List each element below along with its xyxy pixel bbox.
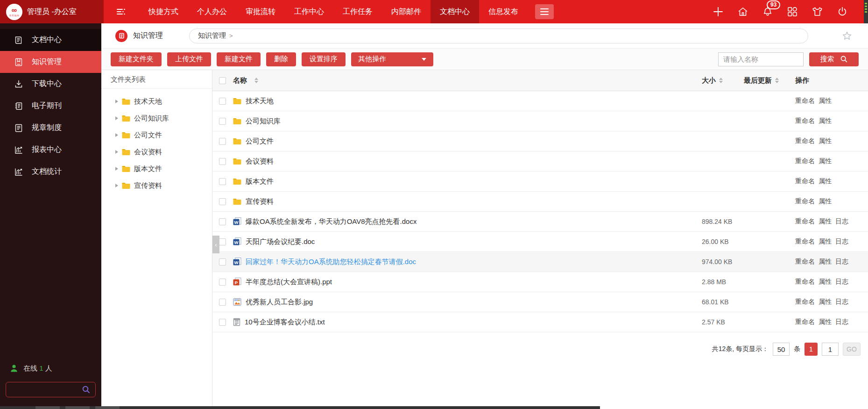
rename-link[interactable]: 重命名 (795, 278, 815, 286)
caret-right-icon[interactable] (115, 116, 118, 120)
theme-shirt-icon[interactable] (811, 6, 824, 18)
file-row-name[interactable]: 天阳广场会议纪要.doc (246, 237, 315, 246)
properties-link[interactable]: 属性 (819, 318, 832, 326)
sidebar-item-5[interactable]: 规章制度 (0, 117, 101, 139)
folder-row-name[interactable]: 公司文件 (246, 137, 274, 146)
rename-link[interactable]: 重命名 (795, 318, 815, 326)
sidebar-item-6[interactable]: 报表中心 (0, 139, 101, 161)
caret-right-icon[interactable] (115, 150, 118, 154)
properties-link[interactable]: 属性 (819, 117, 832, 125)
file-row-name[interactable]: 10号企业博客会议小结.txt (245, 318, 325, 327)
sidebar-item-1[interactable]: 文档中心 (0, 29, 101, 51)
set-order-button[interactable]: 设置排序 (302, 52, 346, 66)
caret-right-icon[interactable] (115, 100, 118, 103)
caret-right-icon[interactable] (115, 167, 118, 171)
page-size-input[interactable] (773, 343, 790, 356)
nav-item-1[interactable]: 快捷方式 (139, 0, 188, 23)
sidebar-search-icon[interactable] (82, 385, 91, 394)
file-row-name[interactable]: 优秀新人员工合影.jpg (246, 298, 313, 307)
current-page-button[interactable]: 1 (804, 343, 818, 356)
menu-collapse-icon[interactable] (115, 6, 127, 18)
collapse-panel-handle[interactable]: ‹ (212, 236, 219, 253)
folder-row-name[interactable]: 版本文件 (246, 177, 274, 186)
nav-more-menu-icon[interactable] (535, 4, 554, 19)
nav-item-4[interactable]: 工作中心 (285, 0, 333, 23)
folder-row-name[interactable]: 会议资料 (246, 157, 274, 166)
breadcrumb[interactable]: 知识管理 > (189, 29, 808, 43)
home-icon[interactable] (737, 6, 749, 18)
properties-link[interactable]: 属性 (819, 97, 832, 105)
delete-button[interactable]: 删除 (266, 52, 296, 66)
log-link[interactable]: 日志 (835, 278, 848, 286)
favorite-star-icon[interactable] (842, 31, 852, 41)
go-button[interactable]: GO (843, 343, 861, 356)
log-link[interactable]: 日志 (835, 258, 848, 266)
sort-updated-icon[interactable] (775, 78, 779, 83)
properties-link[interactable]: 属性 (819, 237, 832, 246)
brand-area[interactable]: ∞ 华天动力 管理员 -办公室 (0, 0, 104, 23)
file-row-name[interactable]: 爆款OA系统全新发布，华天动力OAV8亮点抢先看.docx (246, 217, 416, 226)
row-checkbox[interactable] (219, 98, 226, 105)
new-file-button[interactable]: 新建文件 (217, 52, 261, 66)
log-link[interactable]: 日志 (835, 318, 848, 326)
rename-link[interactable]: 重命名 (795, 117, 815, 125)
row-checkbox[interactable] (219, 218, 226, 225)
sidebar-item-7[interactable]: 文档统计 (0, 161, 101, 183)
properties-link[interactable]: 属性 (819, 217, 832, 226)
file-row-name[interactable]: 回家过年！华天动力OA系统助您轻松搞定春节请假.doc (246, 258, 416, 266)
folder-row-name[interactable]: 技术天地 (246, 97, 274, 106)
nav-item-8[interactable]: 信息发布 (479, 0, 528, 23)
properties-link[interactable]: 属性 (819, 157, 832, 165)
file-row-name[interactable]: 半年度总结(大会宣讲稿).ppt (246, 278, 332, 287)
folder-tree-item[interactable]: 版本文件 (101, 160, 212, 177)
row-checkbox[interactable] (219, 178, 226, 185)
page-scrollbar[interactable] (864, 0, 868, 23)
select-all-checkbox[interactable] (219, 77, 226, 84)
properties-link[interactable]: 属性 (819, 258, 832, 266)
folder-row-name[interactable]: 宣传资料 (246, 197, 274, 206)
folder-tree-item[interactable]: 宣传资料 (101, 177, 212, 194)
apps-grid-icon[interactable] (786, 6, 798, 18)
nav-item-7[interactable]: 文档中心 (430, 0, 479, 23)
log-link[interactable]: 日志 (835, 217, 848, 226)
new-folder-button[interactable]: 新建文件夹 (111, 52, 162, 66)
sort-size-icon[interactable] (719, 78, 723, 83)
folder-row-name[interactable]: 公司知识库 (246, 117, 281, 126)
row-checkbox[interactable] (219, 158, 226, 165)
properties-link[interactable]: 属性 (819, 298, 832, 306)
rename-link[interactable]: 重命名 (795, 298, 815, 306)
sidebar-item-3[interactable]: 下载中心 (0, 73, 101, 95)
nav-item-2[interactable]: 个人办公 (188, 0, 236, 23)
nav-item-5[interactable]: 工作任务 (333, 0, 382, 23)
folder-tree-item[interactable]: 技术天地 (101, 93, 212, 110)
logout-power-icon[interactable] (836, 6, 848, 18)
folder-tree-item[interactable]: 公司文件 (101, 127, 212, 144)
rename-link[interactable]: 重命名 (795, 197, 815, 206)
rename-link[interactable]: 重命名 (795, 177, 815, 186)
rename-link[interactable]: 重命名 (795, 137, 815, 145)
row-checkbox[interactable] (219, 258, 226, 265)
goto-page-input[interactable] (822, 343, 839, 356)
caret-right-icon[interactable] (115, 184, 118, 187)
row-checkbox[interactable] (219, 138, 226, 145)
upload-file-button[interactable]: 上传文件 (167, 52, 211, 66)
row-checkbox[interactable] (219, 198, 226, 205)
log-link[interactable]: 日志 (835, 237, 848, 246)
row-checkbox[interactable] (219, 279, 226, 286)
folder-tree-item[interactable]: 公司知识库 (101, 110, 212, 127)
rename-link[interactable]: 重命名 (795, 97, 815, 105)
more-actions-dropdown[interactable]: 其他操作 (351, 52, 433, 66)
rename-link[interactable]: 重命名 (795, 237, 815, 246)
properties-link[interactable]: 属性 (819, 197, 832, 206)
row-checkbox[interactable] (219, 238, 226, 245)
column-header-name[interactable]: 名称 (233, 76, 247, 85)
search-button[interactable]: 搜索 (809, 52, 859, 66)
log-link[interactable]: 日志 (835, 298, 848, 306)
breadcrumb-item[interactable]: 知识管理 (198, 31, 226, 40)
name-search-input[interactable] (718, 52, 804, 66)
row-checkbox[interactable] (219, 299, 226, 306)
column-header-updated[interactable]: 最后更新 (744, 76, 772, 85)
properties-link[interactable]: 属性 (819, 278, 832, 286)
caret-right-icon[interactable] (115, 133, 118, 137)
sort-name-icon[interactable] (254, 78, 258, 83)
